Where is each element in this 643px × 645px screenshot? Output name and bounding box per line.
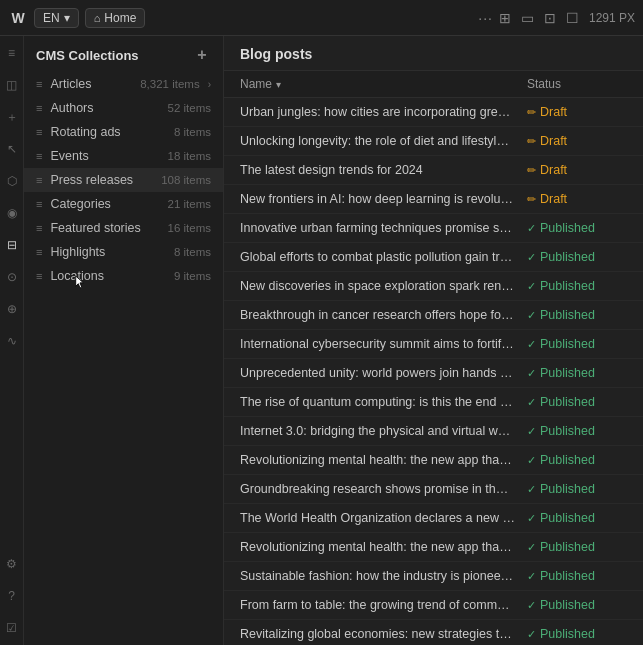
- collection-icon: ≡: [36, 270, 42, 282]
- table-row[interactable]: From farm to table: the growing trend of…: [224, 591, 643, 620]
- menu-icon[interactable]: ≡: [3, 44, 21, 62]
- tablet-view-icon[interactable]: ▭: [521, 10, 534, 26]
- row-status: ✓Published: [527, 598, 627, 612]
- table-row[interactable]: Unprecedented unity: world powers join h…: [224, 359, 643, 388]
- status-label: Published: [540, 598, 595, 612]
- check-icon: ✓: [527, 280, 536, 293]
- main-layout: ≡ ◫ ＋ ↖ ⬡ ◉ ⊟ ⊙ ⊕ ∿ ⚙ ? ☑ CMS Collection…: [0, 36, 643, 645]
- row-status: ✏Draft: [527, 192, 627, 206]
- check-icon: ✓: [527, 512, 536, 525]
- status-label: Published: [540, 453, 595, 467]
- row-status: ✓Published: [527, 366, 627, 380]
- sidebar-item-events[interactable]: ≡ Events 18 items: [24, 144, 223, 168]
- home-button[interactable]: ⌂ Home: [85, 8, 146, 28]
- status-label: Published: [540, 482, 595, 496]
- add-icon[interactable]: ＋: [3, 108, 21, 126]
- sidebar-item-categories[interactable]: ≡ Categories 21 items: [24, 192, 223, 216]
- published-status: ✓Published: [527, 627, 595, 641]
- database-icon[interactable]: ⊟: [3, 236, 21, 254]
- row-name: Global efforts to combat plastic polluti…: [240, 250, 527, 264]
- sidebar-item-featured-stories[interactable]: ≡ Featured stories 16 items: [24, 216, 223, 240]
- check-icon: ✓: [527, 251, 536, 264]
- help-icon[interactable]: ?: [3, 587, 21, 605]
- analytics-icon[interactable]: ∿: [3, 332, 21, 350]
- table-row[interactable]: Groundbreaking research shows promise in…: [224, 475, 643, 504]
- table-row[interactable]: International cybersecurity summit aims …: [224, 330, 643, 359]
- desktop-view-icon[interactable]: ⊡: [544, 10, 556, 26]
- sidebar-item-count: 9 items: [174, 270, 211, 282]
- table-row[interactable]: The latest design trends for 2024✏Draft: [224, 156, 643, 185]
- content-table: Name ▾ Status Urban jungles: how cities …: [224, 71, 643, 645]
- icon-bar: ≡ ◫ ＋ ↖ ⬡ ◉ ⊟ ⊙ ⊕ ∿ ⚙ ? ☑: [0, 36, 24, 645]
- table-row[interactable]: The World Health Organization declares a…: [224, 504, 643, 533]
- row-status: ✓Published: [527, 540, 627, 554]
- draft-status: ✏Draft: [527, 163, 567, 177]
- table-row[interactable]: Innovative urban farming techniques prom…: [224, 214, 643, 243]
- grid-view-icon[interactable]: ⊞: [499, 10, 511, 26]
- sidebar-item-label: Categories: [50, 197, 159, 211]
- sidebar-item-count: 18 items: [168, 150, 211, 162]
- row-status: ✏Draft: [527, 163, 627, 177]
- check-icon: ✓: [527, 425, 536, 438]
- table-row[interactable]: Revolutionizing mental health: the new a…: [224, 446, 643, 475]
- published-status: ✓Published: [527, 598, 595, 612]
- table-row[interactable]: New discoveries in space exploration spa…: [224, 272, 643, 301]
- published-status: ✓Published: [527, 250, 595, 264]
- table-row[interactable]: Global efforts to combat plastic polluti…: [224, 243, 643, 272]
- collection-icon: ≡: [36, 126, 42, 138]
- sidebar-item-rotating-ads[interactable]: ≡ Rotating ads 8 items: [24, 120, 223, 144]
- status-label: Published: [540, 250, 595, 264]
- row-status: ✓Published: [527, 250, 627, 264]
- check-icon: ✓: [527, 483, 536, 496]
- table-row[interactable]: New frontiers in AI: how deep learning i…: [224, 185, 643, 214]
- published-status: ✓Published: [527, 482, 595, 496]
- settings-icon[interactable]: ⚙: [3, 555, 21, 573]
- collection-icon: ≡: [36, 78, 42, 90]
- collection-icon: ≡: [36, 222, 42, 234]
- check-icon: ✓: [527, 338, 536, 351]
- published-status: ✓Published: [527, 395, 595, 409]
- row-name: New frontiers in AI: how deep learning i…: [240, 192, 527, 206]
- person-icon[interactable]: ⊙: [3, 268, 21, 286]
- px-label: 1291 PX: [589, 11, 635, 25]
- cursor-icon[interactable]: ↖: [3, 140, 21, 158]
- sidebar-item-articles[interactable]: ≡ Articles 8,321 items ›: [24, 72, 223, 96]
- table-row[interactable]: Urban jungles: how cities are incorporat…: [224, 98, 643, 127]
- published-status: ✓Published: [527, 221, 595, 235]
- sidebar-item-authors[interactable]: ≡ Authors 52 items: [24, 96, 223, 120]
- more-options-button[interactable]: ···: [478, 10, 493, 26]
- sidebar-item-locations[interactable]: ≡ Locations 9 items: [24, 264, 223, 288]
- row-name: From farm to table: the growing trend of…: [240, 598, 527, 612]
- sidebar-item-highlights[interactable]: ≡ Highlights 8 items: [24, 240, 223, 264]
- paint-icon[interactable]: ◉: [3, 204, 21, 222]
- components-icon[interactable]: ⬡: [3, 172, 21, 190]
- sidebar: CMS Collections + ≡ Articles 8,321 items…: [24, 36, 224, 645]
- publish-icon[interactable]: ☑: [3, 619, 21, 637]
- layers-icon[interactable]: ◫: [3, 76, 21, 94]
- row-status: ✓Published: [527, 279, 627, 293]
- sidebar-item-count: 108 items: [161, 174, 211, 186]
- published-status: ✓Published: [527, 540, 595, 554]
- sidebar-item-press-releases[interactable]: ≡ Press releases 108 items: [24, 168, 223, 192]
- mobile-view-icon[interactable]: ☐: [566, 10, 579, 26]
- row-name: The World Health Organization declares a…: [240, 511, 527, 525]
- logo: W: [8, 8, 28, 28]
- store-icon[interactable]: ⊕: [3, 300, 21, 318]
- row-status: ✏Draft: [527, 134, 627, 148]
- locale-selector[interactable]: EN ▾: [34, 8, 79, 28]
- row-name: Breakthrough in cancer research offers h…: [240, 308, 527, 322]
- table-row[interactable]: Revolutionizing mental health: the new a…: [224, 533, 643, 562]
- published-status: ✓Published: [527, 453, 595, 467]
- table-row[interactable]: Revitalizing global economies: new strat…: [224, 620, 643, 645]
- table-row[interactable]: The rise of quantum computing: is this t…: [224, 388, 643, 417]
- table-row[interactable]: Sustainable fashion: how the industry is…: [224, 562, 643, 591]
- col-name-header[interactable]: Name ▾: [240, 77, 527, 91]
- table-row[interactable]: Breakthrough in cancer research offers h…: [224, 301, 643, 330]
- pencil-icon: ✏: [527, 193, 536, 206]
- table-row[interactable]: Unlocking longevity: the role of diet an…: [224, 127, 643, 156]
- sidebar-item-label: Press releases: [50, 173, 153, 187]
- sidebar-add-button[interactable]: +: [193, 46, 211, 64]
- row-name: Sustainable fashion: how the industry is…: [240, 569, 527, 583]
- row-name: The rise of quantum computing: is this t…: [240, 395, 527, 409]
- table-row[interactable]: Internet 3.0: bridging the physical and …: [224, 417, 643, 446]
